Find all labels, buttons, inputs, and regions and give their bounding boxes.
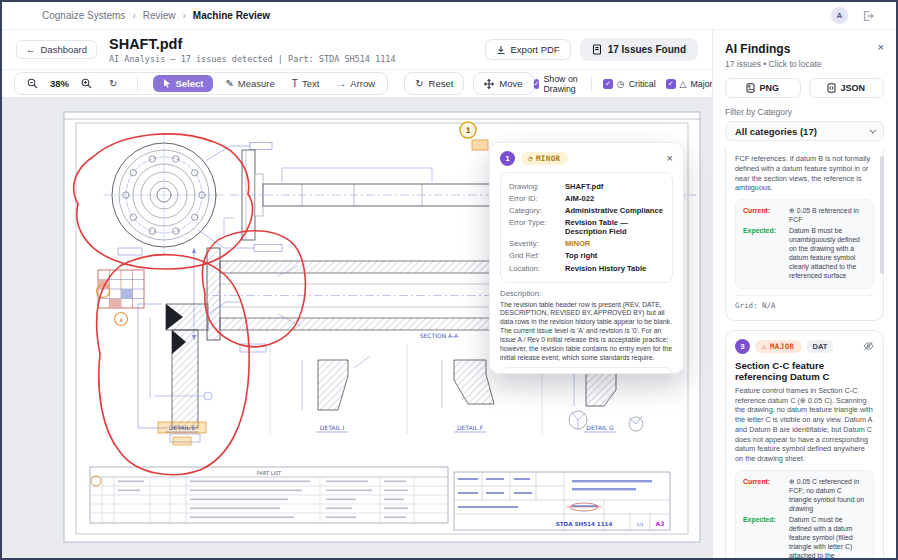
export-png-button[interactable]: PNG [725,78,801,98]
select-tool-label: Select [175,78,203,89]
field-value-grid-ref: Top right [565,251,597,260]
major-icon: △ [680,79,687,89]
eye-off-icon[interactable] [863,341,874,351]
title-block: STDA SH514 1114 1/1 A3 [454,472,670,530]
finding-card-2[interactable]: FCF references. If datum B is not formal… [725,148,884,321]
measure-tool-label: Measure [238,78,275,89]
title-block-sheet-number: 1/1 [636,522,643,527]
field-label: Drawing: [509,182,565,191]
zoom-in-button[interactable] [76,75,97,92]
export-pdf-button[interactable]: Export PDF [485,39,571,60]
issue-detail-popup: 1 ◔ MINOR × Drawing:SHAFT.pdf Error ID:A… [489,142,684,374]
cursor-icon [163,79,171,88]
filter-critical-checkbox[interactable]: ✓ ◷ Critical [603,79,656,89]
part-list-table: PART LIST [90,467,448,523]
measure-tool-button[interactable]: ✎ Measure [220,75,279,92]
issue-highlight-box[interactable] [173,437,191,445]
filter-critical-label: Critical [629,79,656,89]
category-badge: DAT [807,340,834,353]
panel-subtitle: 17 issues • Click to locate [725,59,822,69]
description-text: The revision table header row is present… [500,301,673,363]
severity-badge-minor: ◔ MINOR [521,152,568,165]
current-label: Current: [743,207,789,225]
category-dropdown[interactable]: All categories (17) [725,121,884,141]
filter-by-category-label: Filter by Category [725,107,884,117]
breadcrumb-separator-icon: › [132,10,135,21]
field-label: Error ID: [509,194,565,203]
field-value-error-id: AIM-022 [565,194,594,203]
issues-found-button[interactable]: 17 Issues Found [580,38,698,61]
current-expected-box: Current:Revision table rows are blank (n… [500,367,673,374]
breadcrumb-separator-icon: › [183,10,186,21]
grid-ref: Grid: N/A [735,295,874,312]
code-file-icon [827,83,836,93]
zoom-out-button[interactable] [22,75,43,92]
export-json-button[interactable]: JSON [809,78,885,98]
sidebar-scrollbar[interactable] [880,156,884,274]
app-window: Cognaize Systems › Review › Machine Revi… [0,0,898,560]
findings-list[interactable]: FCF references. If datum B is not formal… [725,148,884,558]
export-pdf-label: Export PDF [511,44,560,55]
arrow-icon: → [336,79,346,89]
title-block-part-number: STDA SH514 1114 [556,521,613,527]
critical-icon: ◷ [617,79,625,89]
text-icon: T [292,79,298,89]
finding-title: Section C-C feature referencing Datum C [735,360,874,382]
select-tool-button[interactable]: Select [153,75,213,92]
description-label: Description: [500,289,673,298]
severity-badge-label: MINOR [536,154,561,163]
zoom-level: 38% [50,78,69,89]
finding-card-3[interactable]: 3 ⚠ MAJOR DAT Section C-C feature refere… [725,330,884,558]
export-json-label: JSON [840,83,865,93]
warning-icon: ⚠ [762,342,767,351]
detail-f-label: DETAIL F [457,424,484,431]
severity-badge-label: MAJOR [770,342,795,351]
ai-findings-panel: AI Findings 17 issues • Click to locate … [712,30,896,558]
user-avatar[interactable]: A [831,7,848,24]
marker-1-label: 1 [465,126,470,135]
panel-close-button[interactable]: × [878,42,884,53]
field-label: Category: [509,206,565,215]
logout-icon[interactable] [862,10,874,22]
checkbox-check-icon: ✓ [603,79,613,89]
field-value-location: Revision History Table [565,264,646,273]
detail-i-label: DETAIL I [320,424,345,431]
detail-g-label: DETAIL G [586,424,614,431]
breadcrumb-item-company[interactable]: Cognaize Systems [42,10,125,21]
image-file-icon [746,83,755,93]
field-value-drawing: SHAFT.pdf [565,182,603,191]
title-block-sheet-size: A3 [656,520,665,527]
finding-description: Feature control frames in Section C-C re… [735,386,874,464]
expected-label: Expected: [743,227,789,281]
popup-close-button[interactable]: × [667,153,673,164]
show-on-drawing-checkbox[interactable]: ✓ Show on Drawing [534,74,581,94]
issue-number-chip: 1 [500,151,515,166]
current-label: Current: [743,478,789,514]
reset-view-button[interactable]: ↻ Reset [404,72,464,95]
toolbar-divider [137,76,138,91]
rotate-view-button[interactable]: ↻ [104,76,122,92]
rotate-icon: ↻ [109,79,117,89]
field-value-severity: MINOR [565,239,590,248]
chevron-down-icon [869,126,876,133]
breadcrumb-item-review[interactable]: Review [143,10,176,21]
document-subtitle: AI Analysis – 17 issues detected | Part:… [109,54,396,64]
move-icon [484,79,494,89]
part-list-title: PART LIST [257,470,282,476]
field-label: Severity: [509,239,565,248]
arrow-tool-button[interactable]: → Arrow [331,75,380,92]
checkbox-check-icon: ✓ [534,79,540,89]
download-icon [496,45,506,55]
field-label: Grid Ref: [509,251,565,260]
text-tool-button[interactable]: T Text [287,75,325,92]
breadcrumb: Cognaize Systems › Review › Machine Revi… [42,10,270,21]
issues-found-label: 17 Issues Found [608,44,686,55]
back-button-label: Dashboard [41,44,87,55]
expected-value: Datum B must be unambiguously defined on… [789,227,866,281]
field-label: Error Type: [509,218,565,237]
breadcrumb-item-machine-review: Machine Review [193,10,270,21]
back-to-dashboard-button[interactable]: ← Dashboard [16,40,97,59]
filter-major-checkbox[interactable]: ✓ △ Major [666,79,713,89]
top-bar: Cognaize Systems › Review › Machine Revi… [2,2,896,30]
move-tool-button[interactable]: Move [473,72,533,95]
